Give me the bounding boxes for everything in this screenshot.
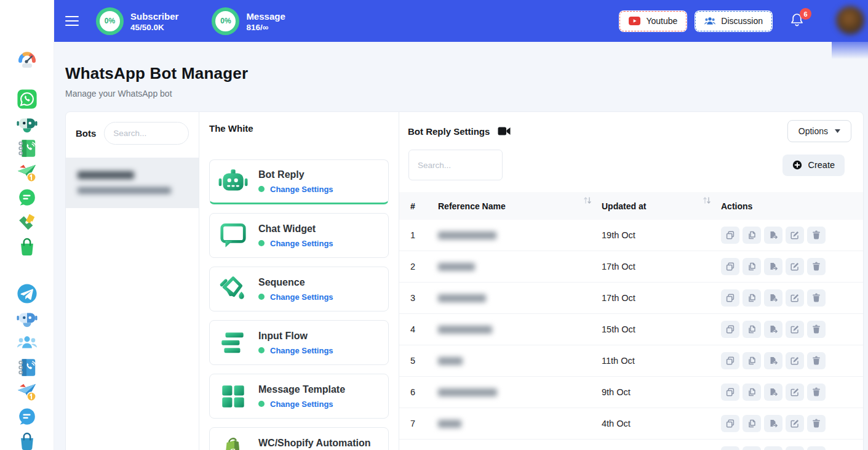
setting-card-input-flow[interactable]: Input FlowChange Settings: [209, 320, 389, 365]
copy-button[interactable]: [721, 321, 739, 338]
duplicate-button[interactable]: [743, 415, 761, 432]
chat-widget-icon: [218, 220, 249, 251]
column-updated-at[interactable]: Updated at: [602, 201, 721, 211]
sidebar-item-telegram[interactable]: [17, 283, 38, 304]
duplicate-button[interactable]: [743, 258, 761, 275]
sidebar-item-telegram-groups[interactable]: [17, 332, 38, 353]
export-button[interactable]: [764, 446, 782, 450]
delete-button[interactable]: [807, 446, 826, 450]
sidebar-item-whatsapp-broadcast[interactable]: [17, 163, 38, 183]
change-settings-link[interactable]: Change Settings: [270, 185, 333, 194]
setting-card-title: WC/Shopify Automation: [258, 438, 371, 449]
duplicate-button[interactable]: [743, 289, 761, 307]
copy-button[interactable]: [721, 289, 739, 307]
sort-icon[interactable]: [703, 196, 711, 204]
app-sidebar: [0, 0, 54, 450]
bots-search-input[interactable]: [104, 122, 189, 145]
youtube-button[interactable]: Youtube: [619, 10, 687, 32]
sidebar-item-whatsapp-chat[interactable]: [17, 187, 38, 208]
edit-button[interactable]: [786, 227, 804, 244]
delete-button[interactable]: [807, 258, 826, 275]
options-button[interactable]: Options: [787, 120, 851, 142]
table-row: 217th Oct: [399, 251, 863, 283]
column-actions: Actions: [721, 201, 863, 211]
duplicate-button[interactable]: [743, 227, 761, 244]
column-reference-name[interactable]: Reference Name: [438, 201, 602, 211]
copy-button[interactable]: [721, 384, 739, 401]
video-camera-icon[interactable]: [498, 126, 511, 136]
change-settings-link[interactable]: Change Settings: [270, 239, 333, 248]
duplicate-button[interactable]: [743, 321, 761, 338]
copy-button[interactable]: [721, 352, 739, 369]
sidebar-item-telegram-contacts[interactable]: [17, 357, 38, 378]
export-button[interactable]: [764, 258, 782, 275]
copy-button[interactable]: [721, 227, 739, 244]
updated-at: 17th Oct: [602, 293, 721, 303]
export-button[interactable]: [764, 227, 782, 244]
edit-button[interactable]: [786, 415, 804, 432]
sidebar-item-whatsapp-contacts[interactable]: [17, 138, 38, 159]
edit-button[interactable]: [786, 289, 804, 307]
duplicate-button[interactable]: [743, 384, 761, 401]
copy-button[interactable]: [721, 446, 739, 450]
change-settings-link[interactable]: Change Settings: [270, 346, 333, 355]
sidebar-item-whatsapp-store[interactable]: [17, 236, 38, 257]
table-search-input[interactable]: [408, 150, 503, 180]
sidebar-item-whatsapp[interactable]: [17, 89, 38, 110]
sidebar-item-whatsapp-bot[interactable]: [17, 113, 38, 134]
duplicate-icon: [747, 293, 757, 303]
row-actions: [721, 289, 863, 307]
edit-button[interactable]: [786, 446, 804, 450]
setting-card-bot-reply[interactable]: Bot ReplyChange Settings: [209, 159, 389, 204]
setting-card-message-template[interactable]: Message TemplateChange Settings: [209, 374, 389, 419]
delete-button[interactable]: [807, 321, 826, 338]
duplicate-button[interactable]: [743, 446, 761, 450]
copy-button[interactable]: [721, 258, 739, 275]
export-icon: [768, 356, 778, 366]
export-icon: [768, 387, 778, 397]
duplicate-button[interactable]: [743, 352, 761, 369]
delete-button[interactable]: [807, 227, 826, 244]
export-button[interactable]: [764, 289, 782, 307]
sidebar-item-telegram-chat[interactable]: [17, 406, 38, 427]
change-settings-link[interactable]: Change Settings: [270, 292, 333, 302]
notifications-button[interactable]: 6: [790, 12, 804, 30]
row-index: 5: [410, 356, 438, 366]
setting-card-wc-shopify-automation[interactable]: SWC/Shopify AutomationChange Settings: [209, 427, 389, 450]
edit-button[interactable]: [786, 258, 804, 275]
sidebar-item-telegram-bot[interactable]: [17, 308, 38, 329]
setting-card-chat-widget[interactable]: Chat WidgetChange Settings: [209, 213, 389, 258]
whatsapp-icon: [17, 89, 38, 110]
edit-button[interactable]: [786, 352, 804, 369]
export-button[interactable]: [764, 352, 782, 369]
delete-button[interactable]: [807, 289, 826, 307]
create-button[interactable]: Create: [782, 155, 845, 176]
edit-button[interactable]: [786, 384, 804, 401]
delete-button[interactable]: [807, 352, 826, 369]
delete-button[interactable]: [807, 415, 826, 432]
avatar[interactable]: [836, 6, 864, 34]
edit-button[interactable]: [786, 321, 804, 338]
copy-button[interactable]: [721, 415, 739, 432]
sidebar-item-telegram-broadcast[interactable]: [17, 382, 38, 403]
row-actions: [721, 227, 863, 244]
discussion-button[interactable]: Discussion: [695, 10, 773, 32]
export-button[interactable]: [764, 415, 782, 432]
edit-icon: [790, 230, 800, 240]
progress-ring: 0%: [96, 7, 124, 35]
delete-button[interactable]: [807, 384, 826, 401]
sidebar-item-dashboard[interactable]: [16, 48, 38, 70]
sidebar-item-telegram-store[interactable]: [17, 431, 38, 450]
create-button-label: Create: [808, 160, 835, 170]
sidebar-item-whatsapp-integration[interactable]: [17, 212, 38, 233]
sort-icon[interactable]: [583, 196, 592, 204]
menu-toggle-icon[interactable]: [65, 16, 79, 26]
change-settings-link[interactable]: Change Settings: [270, 400, 333, 409]
export-button[interactable]: [764, 321, 782, 338]
export-button[interactable]: [764, 384, 782, 401]
copy-icon: [725, 387, 735, 397]
main-content: WhatsApp Bot Manager Manage your WhatsAp…: [54, 42, 868, 450]
setting-card-sequence[interactable]: SequenceChange Settings: [209, 267, 389, 311]
bot-list-item[interactable]: [66, 158, 199, 208]
status-dot: [258, 347, 265, 353]
